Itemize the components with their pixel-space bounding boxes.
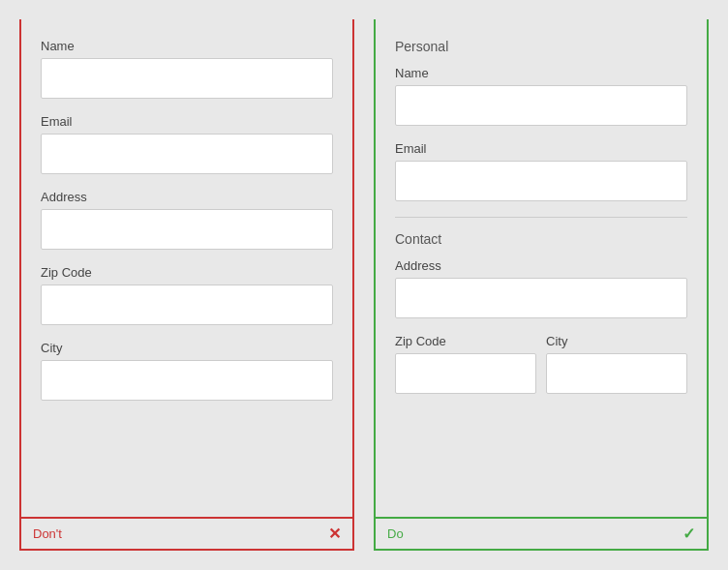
left-address-input[interactable]: [41, 209, 333, 250]
left-address-label: Address: [41, 190, 333, 204]
page-container: Name Email Address Zip Code City Don't: [0, 0, 728, 570]
do-label: Do: [387, 526, 404, 541]
left-name-label: Name: [41, 39, 333, 53]
right-email-input[interactable]: [395, 161, 687, 201]
right-zip-input[interactable]: [395, 353, 536, 394]
do-panel-content: Personal Name Email Contact Address Zip …: [376, 19, 707, 517]
personal-section-label: Personal: [395, 39, 687, 54]
right-zip-label: Zip Code: [395, 334, 536, 348]
left-zip-group: Zip Code: [41, 265, 333, 325]
left-address-group: Address: [41, 190, 333, 250]
left-city-label: City: [41, 341, 333, 355]
contact-section-label: Contact: [395, 231, 687, 247]
right-zip-group: Zip Code: [395, 334, 536, 394]
left-zip-input[interactable]: [41, 285, 333, 325]
left-city-input[interactable]: [41, 360, 333, 401]
right-name-input[interactable]: [395, 85, 687, 126]
do-panel: Personal Name Email Contact Address Zip …: [374, 19, 709, 551]
dont-panel: Name Email Address Zip Code City Don't: [19, 19, 354, 551]
right-zip-city-row: Zip Code City: [395, 334, 687, 409]
right-address-input[interactable]: [395, 278, 687, 318]
left-email-label: Email: [41, 114, 333, 129]
dont-label: Don't: [33, 526, 62, 541]
right-email-group: Email: [395, 141, 687, 201]
right-address-label: Address: [395, 258, 687, 273]
left-email-input[interactable]: [41, 134, 333, 174]
right-name-label: Name: [395, 66, 687, 80]
check-icon: ✓: [682, 525, 695, 543]
section-divider: [395, 217, 687, 218]
right-name-group: Name: [395, 66, 687, 126]
right-address-group: Address: [395, 258, 687, 318]
left-name-group: Name: [41, 39, 333, 99]
left-email-group: Email: [41, 114, 333, 174]
right-city-group: City: [546, 334, 687, 394]
x-icon: ✕: [328, 525, 341, 543]
left-name-input[interactable]: [41, 58, 333, 99]
right-email-label: Email: [395, 141, 687, 156]
dont-panel-content: Name Email Address Zip Code City: [21, 19, 352, 517]
left-city-group: City: [41, 341, 333, 401]
left-zip-label: Zip Code: [41, 265, 333, 280]
dont-panel-footer: Don't ✕: [21, 517, 352, 549]
right-city-input[interactable]: [546, 353, 687, 394]
right-city-label: City: [546, 334, 687, 348]
do-panel-footer: Do ✓: [376, 517, 707, 549]
